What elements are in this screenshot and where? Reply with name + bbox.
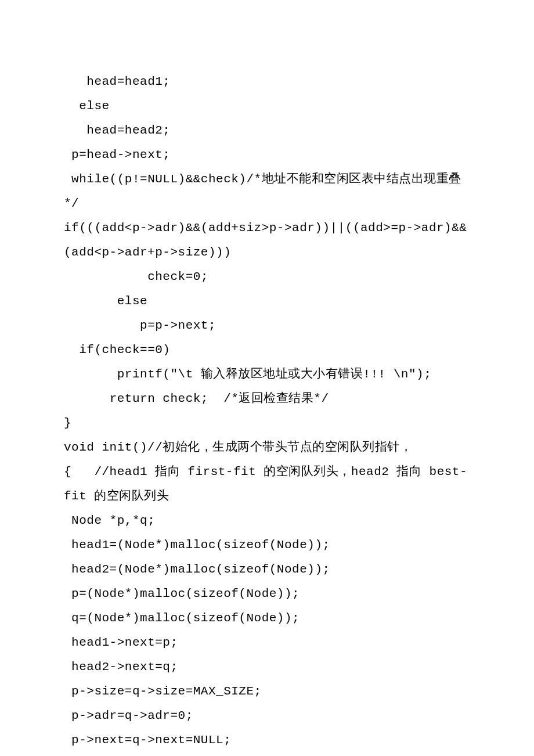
code-line: if(check==0) <box>64 338 470 362</box>
code-line: q=(Node*)malloc(sizeof(Node)); <box>64 606 470 631</box>
code-line: while((p!=NULL)&&check)/*地址不能和空闲区表中结点出现重… <box>64 167 470 216</box>
code-line: p->adr=q->adr=0; <box>64 704 470 728</box>
code-line: p->next=q->next=NULL; <box>64 728 470 753</box>
code-line: check=0; <box>64 265 470 289</box>
code-line: head1=(Node*)malloc(sizeof(Node)); <box>64 533 470 557</box>
code-line: } <box>64 411 470 435</box>
code-line: p=(Node*)malloc(sizeof(Node)); <box>64 582 470 606</box>
code-line: head1->next=p; <box>64 631 470 655</box>
code-line: head=head2; <box>64 118 470 143</box>
code-line: p->id=q->id=0; <box>64 753 470 756</box>
code-line: { //head1 指向 first-fit 的空闲队列头，head2 指向 b… <box>64 460 470 509</box>
code-line: else <box>64 289 470 314</box>
code-line: p=head->next; <box>64 143 470 167</box>
code-line: void init()//初始化，生成两个带头节点的空闲队列指针， <box>64 435 470 460</box>
code-line: Node *p,*q; <box>64 509 470 533</box>
code-line: p->size=q->size=MAX_SIZE; <box>64 679 470 704</box>
code-line: p=p->next; <box>64 314 470 338</box>
code-line: head=head1; <box>64 70 470 94</box>
code-line: return check; /*返回检查结果*/ <box>64 387 470 411</box>
code-line: else <box>64 94 470 118</box>
code-document: head=head1; else head=head2; p=head->nex… <box>0 0 534 756</box>
code-line: printf("\t 输入释放区地址或大小有错误!!! \n"); <box>64 362 470 387</box>
code-line: head2->next=q; <box>64 655 470 679</box>
code-line: if(((add<p->adr)&&(add+siz>p->adr))||((a… <box>64 216 470 265</box>
code-line: head2=(Node*)malloc(sizeof(Node)); <box>64 557 470 582</box>
